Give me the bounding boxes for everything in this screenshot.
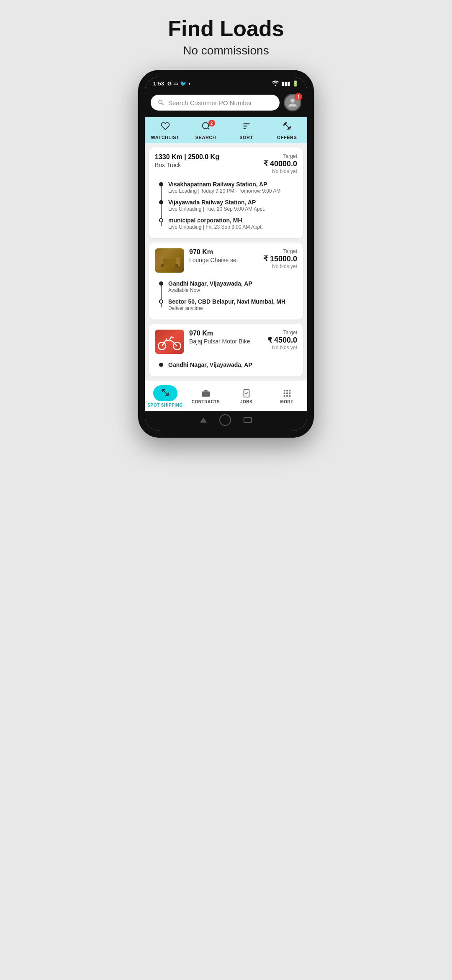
card-3-target-label: Target [267, 330, 297, 335]
tab-watchlist[interactable]: WATCHLIST [145, 121, 185, 140]
route-2-time: Live Unloading | Tue, 20 Sep 9:00 AM App… [168, 206, 265, 212]
card-1-distance-weight: 1330 Km | 2500.0 Kg [155, 153, 219, 161]
nav-spot-shipping-label: SPOT SHIPPING [147, 403, 182, 407]
card-3-route-1-location: Gandhi Nagar, Vijayawada, AP [168, 361, 252, 368]
sort-icon [241, 121, 252, 133]
route-3-details: municipal corporation, MH Live Unloading… [168, 217, 263, 230]
card-2-route-1: Gandhi Nagar, Vijayawada, AP Available N… [159, 278, 297, 296]
back-button[interactable] [200, 418, 207, 423]
phone-screen: 1:53 G ▭ 🐦 • ▮▮▮ 🔋 [145, 77, 307, 431]
card-2-price: ₹ 15000.0 [263, 254, 297, 263]
briefcase-icon [201, 389, 211, 398]
route-2-details: Vijayawada Railway Station, AP Live Unlo… [168, 199, 265, 212]
nav-spot-shipping[interactable]: SPOT SHIPPING [145, 385, 185, 407]
card-2-route-dot-2 [159, 299, 163, 304]
card-1-target-label: Target [263, 153, 297, 159]
notification-badge: 1 [295, 93, 302, 101]
nav-contracts[interactable]: CONTRACTS [185, 389, 226, 404]
card-2-bids: No bids yet [263, 263, 297, 269]
route-item-2: Vijayawada Railway Station, AP Live Unlo… [159, 196, 297, 214]
battery-icon: 🔋 [292, 80, 299, 87]
route-3-location: municipal corporation, MH [168, 217, 263, 224]
svg-rect-12 [202, 392, 209, 397]
svg-rect-17 [283, 392, 285, 394]
card-3-price: ₹ 4500.0 [267, 335, 297, 345]
route-dot-outline-3 [159, 218, 163, 222]
search-badge: 2 [208, 120, 215, 126]
profile-badge[interactable]: 1 [284, 94, 301, 111]
tab-sort-label: SORT [239, 135, 253, 140]
route-dot-1 [159, 182, 163, 186]
card-2-route-2-time: Deliver anytime [168, 305, 285, 311]
card-2-header: 970 Km Lounge Chaise set Target ₹ 15000.… [189, 248, 297, 269]
search-input-wrapper[interactable]: Search Customer PO Number [151, 95, 280, 111]
status-time: 1:53 [153, 80, 164, 87]
nav-jobs-label: JOBS [240, 400, 252, 404]
card-3-bids: No bids yet [267, 345, 297, 351]
home-button[interactable] [219, 414, 231, 426]
svg-rect-20 [283, 395, 285, 397]
nav-spot-shipping-icon-wrapper [153, 385, 177, 401]
tab-search[interactable]: 2 SEARCH [185, 121, 226, 140]
card-1-routes: Visakhapatnam Railway Station, AP Live L… [155, 178, 297, 232]
phone-home-bar [145, 411, 307, 431]
svg-rect-22 [289, 395, 290, 397]
card-1-pricing: Target ₹ 40000.0 No bids yet [263, 153, 297, 174]
nav-jobs[interactable]: JOBS [226, 389, 267, 404]
phone-mockup: 1:53 G ▭ 🐦 • ▮▮▮ 🔋 [138, 70, 314, 438]
card-2-route-dot-1 [159, 281, 163, 286]
svg-rect-8 [161, 264, 164, 267]
card-2-route-2-location: Sector 50, CBD Belapur, Navi Mumbai, MH [168, 298, 285, 305]
tab-sort[interactable]: SORT [226, 121, 267, 140]
signal-icon: ▮▮▮ [281, 80, 290, 87]
card-1-info: 1330 Km | 2500.0 Kg Box Truck [155, 153, 219, 168]
load-card-2[interactable]: 970 Km Lounge Chaise set Target ₹ 15000.… [149, 242, 303, 320]
card-2-routes: Gandhi Nagar, Vijayawada, AP Available N… [155, 278, 297, 314]
search-area: Search Customer PO Number 1 [145, 90, 307, 117]
svg-line-1 [208, 128, 209, 129]
status-dot: • [188, 80, 190, 87]
cargo-image-sofa [155, 248, 184, 273]
status-screen-icon: ▭ [173, 80, 178, 87]
card-3-route-1-details: Gandhi Nagar, Vijayawada, AP [168, 361, 252, 368]
status-g-icon: G [167, 80, 172, 87]
svg-rect-18 [286, 392, 288, 394]
route-2-location: Vijayawada Railway Station, AP [168, 199, 265, 206]
load-card-3[interactable]: 970 Km Bajaj Pulsar Motor Bike Target ₹ … [149, 324, 303, 377]
card-2-route-1-location: Gandhi Nagar, Vijayawada, AP [168, 280, 252, 287]
svg-rect-14 [283, 390, 285, 392]
card-3-route-dot-1 [159, 363, 163, 367]
status-twitter-icon: 🐦 [180, 80, 187, 87]
card-2-route-2-details: Sector 50, CBD Belapur, Navi Mumbai, MH … [168, 298, 285, 311]
card-3-info: 970 Km Bajaj Pulsar Motor Bike [189, 330, 250, 345]
route-item-3: municipal corporation, MH Live Unloading… [159, 214, 297, 232]
nav-more[interactable]: MORE [267, 389, 307, 404]
wifi-icon [272, 80, 279, 87]
load-card-1[interactable]: 1330 Km | 2500.0 Kg Box Truck Target ₹ 4… [149, 147, 303, 238]
search-tab-icon: 2 [201, 121, 211, 133]
svg-rect-15 [286, 390, 288, 392]
tab-watchlist-label: WATCHLIST [151, 135, 180, 140]
svg-point-0 [202, 123, 208, 129]
status-bar: 1:53 G ▭ 🐦 • ▮▮▮ 🔋 [145, 77, 307, 90]
heart-icon [160, 121, 170, 133]
card-2-top: 970 Km Lounge Chaise set Target ₹ 15000.… [155, 248, 297, 273]
card-3-distance: 970 Km [189, 330, 250, 337]
card-1-vehicle: Box Truck [155, 162, 219, 168]
status-bar-right: ▮▮▮ 🔋 [272, 80, 299, 87]
clipboard-icon [242, 389, 251, 398]
recents-button[interactable] [244, 417, 252, 423]
svg-rect-21 [286, 395, 288, 397]
svg-rect-16 [289, 390, 290, 392]
card-2-vehicle: Lounge Chaise set [189, 257, 238, 263]
tab-offers[interactable]: OFFERS [267, 121, 307, 140]
card-3-route-1: Gandhi Nagar, Vijayawada, AP [159, 359, 297, 371]
offers-icon [282, 121, 292, 133]
route-dot-2 [159, 200, 163, 204]
tab-offers-label: OFFERS [277, 135, 297, 140]
card-2-route-2: Sector 50, CBD Belapur, Navi Mumbai, MH … [159, 296, 297, 314]
card-2-distance: 970 Km [189, 248, 238, 256]
card-3-top: 970 Km Bajaj Pulsar Motor Bike Target ₹ … [155, 330, 297, 355]
main-subtitle: No commissions [168, 44, 284, 57]
route-1-time: Live Loading | Today 9:20 PM - Tomorrow … [168, 188, 280, 194]
